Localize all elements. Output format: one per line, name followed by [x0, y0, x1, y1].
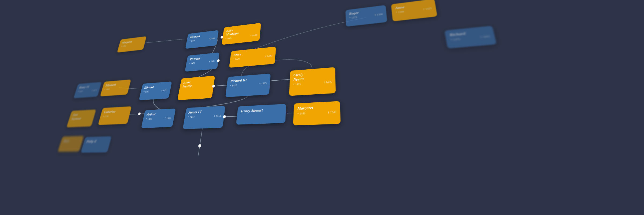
- person-card-roger_top[interactable]: Roger* 1373† 1398: [345, 5, 387, 27]
- connector-dot: [138, 112, 141, 115]
- person-card-edward[interactable]: Edward* 1453† 1471: [139, 81, 172, 100]
- card-death-arthur: † 1502: [164, 116, 171, 120]
- card-death-anne_top_gold: † 1425: [423, 7, 432, 10]
- card-birth-richard3: * 1452: [230, 84, 237, 87]
- card-death-richard2: † 1471: [209, 60, 215, 63]
- card-birth-alice: * 1406: [225, 37, 232, 40]
- card-name-anne_neville: AnneNeville: [182, 78, 212, 89]
- person-card-anne_neville[interactable]: AnneNeville: [177, 76, 215, 100]
- person-card-richard3[interactable]: Richard III* 1452† 1485: [225, 74, 271, 97]
- person-card-henry_stewart[interactable]: Henry Stewart: [236, 104, 286, 125]
- card-name-arthur: Arthur: [147, 111, 173, 117]
- card-dates-arthur: * 1486† 1502: [145, 116, 171, 120]
- card-birth-margaret2: * 1489: [297, 112, 306, 115]
- card-dates-henry6: * 1421† 1471: [78, 89, 97, 93]
- card-birth-anne1: * 1429: [233, 57, 240, 60]
- card-birth-henry6: * 1421: [78, 90, 83, 93]
- person-card-richard2[interactable]: Richard* 1428† 1471: [185, 52, 219, 72]
- card-name-margaret2: Margaret: [297, 104, 336, 111]
- connector-dot: [212, 85, 215, 88]
- card-birth-arthur: * 1486: [145, 117, 152, 120]
- card-death-alice: † 1462: [250, 34, 257, 37]
- card-name-mac2: Mary: [63, 138, 80, 143]
- connector-dot: [223, 115, 226, 118]
- card-dates-edward: * 1453† 1471: [143, 89, 168, 93]
- card-death-cicely: † 1495: [324, 80, 332, 84]
- card-birth-richard_far_right: * 1375: [450, 37, 460, 41]
- card-death-richard3: † 1485: [259, 81, 267, 85]
- card-death-richard1: † 1460: [208, 37, 215, 40]
- chart-inner: Richard* 1400† 1460AliceMontague* 1406† …: [30, 0, 644, 215]
- person-card-margaret_top[interactable]: Margaret† 1482: [117, 36, 147, 53]
- card-dates-catherine: † 1536: [103, 114, 127, 118]
- card-death-james4: † 1513: [214, 114, 221, 118]
- card-death-elizabeth: † 1961: [104, 88, 110, 91]
- card-dates-margaret2: * 1489† 1549: [297, 110, 336, 115]
- person-card-alice[interactable]: AliceMontague* 1406† 1462: [222, 23, 261, 45]
- person-card-henry6[interactable]: Henry VI* 1421† 1471: [74, 82, 102, 98]
- person-card-jane[interactable]: JaneSeymour: [66, 109, 96, 127]
- card-birth-cicely: * 1415: [293, 82, 301, 86]
- card-death-catherine: † 1536: [103, 115, 109, 118]
- person-card-james4[interactable]: James IV* 1473† 1513: [183, 106, 225, 129]
- person-card-elizabeth[interactable]: Elizabeth† 1961: [100, 80, 131, 96]
- person-card-catherine[interactable]: Catherine† 1536: [98, 106, 132, 125]
- card-name-jane: JaneSeymour: [71, 112, 93, 121]
- person-card-philip[interactable]: Philip II: [81, 136, 112, 153]
- person-card-margaret2[interactable]: Margaret* 1489† 1549: [293, 101, 341, 126]
- card-name-catherine: Catherine: [104, 109, 129, 114]
- card-dates-james4: * 1473† 1513: [188, 114, 221, 119]
- person-card-richard1[interactable]: Richard* 1400† 1460: [185, 30, 219, 49]
- card-birth-james4: * 1473: [188, 115, 195, 119]
- chart-container: Richard* 1400† 1460AliceMontague* 1406† …: [0, 0, 644, 215]
- connector-dot: [198, 144, 201, 147]
- card-name-cicely: CicelyNeville: [293, 70, 332, 82]
- card-death-margaret_top: † 1482: [121, 45, 127, 48]
- card-death-anne1: † 1492: [265, 54, 272, 58]
- person-card-cicely[interactable]: CicelyNeville* 1415† 1495: [289, 67, 336, 96]
- card-death-henry6: † 1471: [91, 89, 97, 92]
- person-card-mac2[interactable]: Mary: [58, 136, 84, 152]
- card-death-richard_far_right: † 1415: [480, 34, 490, 38]
- card-birth-richard1: * 1400: [189, 39, 196, 42]
- person-card-anne1[interactable]: Anne* 1429† 1492: [229, 46, 276, 68]
- card-death-roger_top: † 1398: [374, 13, 383, 16]
- card-death-margaret2: † 1549: [328, 110, 336, 114]
- person-card-arthur[interactable]: Arthur* 1486† 1502: [141, 109, 176, 128]
- card-birth-edward: * 1453: [143, 90, 149, 93]
- card-birth-roger_top: * 1373: [349, 16, 357, 19]
- card-name-philip: Philip II: [86, 139, 108, 144]
- card-name-james4: James IV: [188, 109, 222, 115]
- card-death-edward: † 1471: [161, 89, 168, 92]
- card-birth-anne_top_gold: * 1388: [396, 10, 404, 14]
- card-birth-richard2: * 1428: [189, 62, 196, 65]
- card-name-henry_stewart: Henry Stewart: [241, 107, 283, 113]
- person-card-richard_far_right[interactable]: Richard* 1375† 1415: [444, 26, 497, 49]
- person-card-anne_top_gold[interactable]: Anne* 1388† 1425: [391, 0, 437, 22]
- connector-dot: [217, 59, 220, 62]
